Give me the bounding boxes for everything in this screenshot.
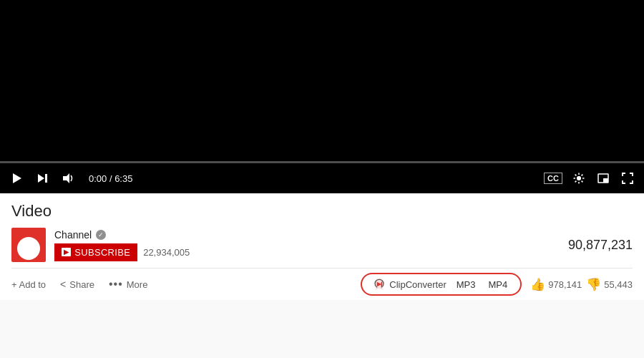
clipconverter-label: ClipConverter: [389, 279, 446, 290]
cc-button[interactable]: CC: [544, 173, 562, 184]
channel-name-row: Channel ✓: [54, 229, 190, 241]
channel-name: Channel: [54, 229, 92, 241]
play-button[interactable]: [9, 172, 24, 185]
share-label: Share: [69, 279, 94, 290]
thumbs-up-icon: 👍: [530, 277, 545, 292]
view-count: 90,877,231: [568, 238, 633, 253]
subscribe-row: ▶ Subscribe 22,934,005: [54, 243, 190, 261]
channel-block: Channel ✓ ▶ Subscribe 22,934,005: [11, 228, 190, 262]
clipconverter-logo: ClipConverter: [372, 277, 446, 291]
time-display: 0:00 / 6:35: [89, 173, 132, 184]
share-icon: <: [60, 279, 66, 290]
meta-row: Channel ✓ ▶ Subscribe 22,934,005 90,877,…: [11, 228, 633, 268]
channel-avatar: [11, 228, 46, 262]
controls-bar: 0:00 / 6:35 CC: [0, 163, 644, 193]
subscribe-label: Subscribe: [74, 247, 130, 258]
svg-marker-1: [38, 174, 44, 183]
dislike-button[interactable]: 👎 55,443: [586, 277, 633, 292]
svg-marker-0: [13, 173, 21, 183]
more-label: More: [127, 279, 148, 290]
video-title: Video: [11, 202, 633, 221]
avatar-image: [17, 237, 40, 260]
content-area: Video Channel ✓ ▶ Subscribe 22,934,005: [0, 193, 644, 300]
svg-rect-2: [45, 174, 47, 183]
clipconverter-zone: ClipConverter MP3 MP4: [361, 273, 522, 296]
add-to-label: + Add to: [11, 279, 46, 290]
clipconverter-icon: [372, 277, 386, 291]
thumbs-down-icon: 👎: [586, 277, 601, 292]
svg-line-12: [575, 181, 577, 183]
verified-icon: ✓: [96, 230, 106, 240]
dislike-count: 55,443: [604, 279, 633, 290]
share-button[interactable]: < Share: [53, 274, 102, 294]
more-button[interactable]: ••• More: [102, 274, 155, 295]
svg-line-11: [582, 175, 583, 176]
skip-button[interactable]: [34, 172, 50, 185]
like-button[interactable]: 👍 978,141: [530, 277, 582, 292]
like-count: 978,141: [548, 279, 582, 290]
svg-line-9: [575, 175, 577, 176]
fullscreen-button[interactable]: [620, 172, 635, 185]
subscriber-count: 22,934,005: [143, 247, 190, 258]
subscribe-button[interactable]: ▶ Subscribe: [54, 243, 137, 261]
mp4-button[interactable]: MP4: [486, 278, 511, 291]
miniplayer-button[interactable]: [595, 172, 611, 185]
add-to-button[interactable]: + Add to: [11, 275, 53, 294]
actions-row: + Add to < Share ••• More ClipConverter: [11, 268, 633, 300]
svg-rect-14: [603, 178, 608, 183]
more-dots-icon: •••: [109, 278, 123, 291]
volume-button[interactable]: [60, 172, 76, 185]
like-dislike-zone: 👍 978,141 👎 55,443: [530, 277, 633, 292]
youtube-icon: ▶: [62, 248, 71, 256]
video-player: 0:00 / 6:35 CC: [0, 0, 644, 193]
right-controls: CC: [544, 172, 635, 185]
mp3-button[interactable]: MP3: [454, 278, 479, 291]
settings-button[interactable]: [571, 172, 587, 185]
svg-marker-3: [63, 173, 69, 183]
channel-info: Channel ✓ ▶ Subscribe 22,934,005: [54, 229, 190, 261]
svg-line-10: [582, 181, 583, 183]
